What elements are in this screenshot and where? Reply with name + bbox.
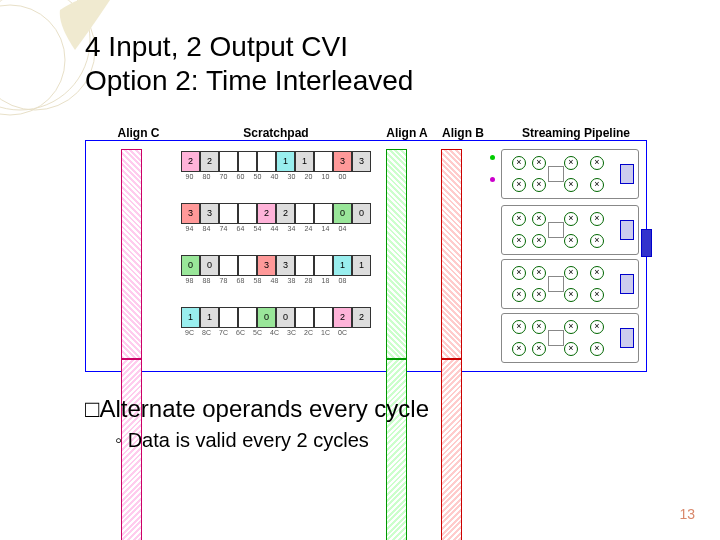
scratch-addr: 28 xyxy=(300,277,317,284)
multiplier-icon: × xyxy=(590,234,604,248)
multiplier-icon: × xyxy=(512,212,526,226)
scratch-addr: 14 xyxy=(317,225,334,232)
scratch-addr: 70 xyxy=(215,173,232,180)
output-block xyxy=(641,229,652,257)
scratch-addr: 04 xyxy=(334,225,351,232)
scratch-cell: 1 xyxy=(181,307,200,328)
multiplier-icon: × xyxy=(564,320,578,334)
multiplier-icon: × xyxy=(590,288,604,302)
scratch-cell: 3 xyxy=(181,203,200,224)
scratch-addr: 7C xyxy=(215,329,232,336)
bullet-1: □Alternate operands every cycle xyxy=(85,395,429,423)
stage-buffer xyxy=(548,166,564,182)
scratch-cell xyxy=(295,307,314,328)
multiplier-icon: × xyxy=(512,288,526,302)
title-line1: 4 Input, 2 Output CVI xyxy=(85,31,348,62)
scratch-addr: 8C xyxy=(198,329,215,336)
adder-block xyxy=(620,164,634,184)
scratch-addr: 20 xyxy=(300,173,317,180)
multiplier-icon: × xyxy=(564,288,578,302)
multiplier-icon: × xyxy=(564,266,578,280)
scratch-cell xyxy=(314,255,333,276)
scratch-cell: 2 xyxy=(200,151,219,172)
multiplier-icon: × xyxy=(512,266,526,280)
scratch-addr: 30 xyxy=(283,173,300,180)
scratch-addr: 88 xyxy=(198,277,215,284)
title-line2: Option 2: Time Interleaved xyxy=(85,65,413,96)
slide-title: 4 Input, 2 Output CVI Option 2: Time Int… xyxy=(85,30,413,97)
scratch-addr: 18 xyxy=(317,277,334,284)
scratchpad-row-1: 22113390807060504030201000 xyxy=(181,151,371,193)
scratch-cell: 3 xyxy=(257,255,276,276)
scratch-cell: 2 xyxy=(257,203,276,224)
scratch-cell: 0 xyxy=(181,255,200,276)
header-alignc: Align C xyxy=(111,126,166,140)
scratch-cell: 3 xyxy=(352,151,371,172)
scratch-addr: 0C xyxy=(334,329,351,336)
adder-block xyxy=(620,220,634,240)
scratch-addr: 80 xyxy=(198,173,215,180)
multiplier-icon: × xyxy=(590,212,604,226)
scratch-cell xyxy=(257,151,276,172)
multiplier-icon: × xyxy=(532,212,546,226)
scratch-addr: 58 xyxy=(249,277,266,284)
multiplier-icon: × xyxy=(564,156,578,170)
scratch-addr: 3C xyxy=(283,329,300,336)
multiplier-icon: × xyxy=(590,178,604,192)
multiplier-icon: × xyxy=(512,178,526,192)
svg-point-1 xyxy=(0,0,95,110)
streaming-pipeline: ×××××××× ×××××××× ×××××××× ×××××××× xyxy=(501,147,639,361)
scratch-cell: 2 xyxy=(181,151,200,172)
scratch-cell xyxy=(314,203,333,224)
input-dot-magenta xyxy=(490,177,495,182)
page-number: 13 xyxy=(679,506,695,522)
multiplier-icon: × xyxy=(564,234,578,248)
scratch-addr: 48 xyxy=(266,277,283,284)
header-aligna: Align A xyxy=(382,126,432,140)
bullet-list: □Alternate operands every cycle ◦ Data i… xyxy=(85,395,429,452)
scratch-cell xyxy=(219,203,238,224)
header-pipeline: Streaming Pipeline xyxy=(511,126,641,140)
multiplier-icon: × xyxy=(532,266,546,280)
header-scratchpad: Scratchpad xyxy=(216,126,336,140)
multiplier-icon: × xyxy=(590,156,604,170)
scratch-cell xyxy=(314,307,333,328)
multiplier-icon: × xyxy=(532,178,546,192)
scratch-cell xyxy=(238,203,257,224)
multiplier-icon: × xyxy=(532,234,546,248)
scratch-cell: 0 xyxy=(333,203,352,224)
multiplier-icon: × xyxy=(564,178,578,192)
pipeline-stage-3: ×××××××× xyxy=(501,259,639,309)
scratch-addr: 64 xyxy=(232,225,249,232)
scratch-cell: 2 xyxy=(276,203,295,224)
scratch-cell xyxy=(238,307,257,328)
scratch-addr: 60 xyxy=(232,173,249,180)
architecture-diagram: Align C Scratchpad Align A Align B Strea… xyxy=(85,140,647,372)
pipeline-stage-1: ×××××××× xyxy=(501,149,639,199)
scratch-addr: 1C xyxy=(317,329,334,336)
pipeline-stage-4: ×××××××× xyxy=(501,313,639,363)
bullet-2: ◦ Data is valid every 2 cycles xyxy=(115,429,429,452)
adder-block xyxy=(620,274,634,294)
scratch-addr: 68 xyxy=(232,277,249,284)
scratch-addr: 84 xyxy=(198,225,215,232)
scratch-cell xyxy=(238,151,257,172)
scratch-cell: 3 xyxy=(333,151,352,172)
scratch-cell: 3 xyxy=(276,255,295,276)
scratch-addr: 08 xyxy=(334,277,351,284)
align-a-block xyxy=(386,149,424,357)
pipeline-stage-2: ×××××××× xyxy=(501,205,639,255)
svg-point-2 xyxy=(0,5,65,115)
scratch-addr: 9C xyxy=(181,329,198,336)
input-dot-green xyxy=(490,155,495,160)
scratch-addr: 34 xyxy=(283,225,300,232)
scratch-cell: 1 xyxy=(352,255,371,276)
scratch-cell: 1 xyxy=(200,307,219,328)
multiplier-icon: × xyxy=(590,342,604,356)
multiplier-icon: × xyxy=(564,342,578,356)
scratch-addr: 00 xyxy=(334,173,351,180)
multiplier-icon: × xyxy=(590,320,604,334)
scratch-cell: 0 xyxy=(200,255,219,276)
adder-block xyxy=(620,328,634,348)
scratch-cell xyxy=(314,151,333,172)
